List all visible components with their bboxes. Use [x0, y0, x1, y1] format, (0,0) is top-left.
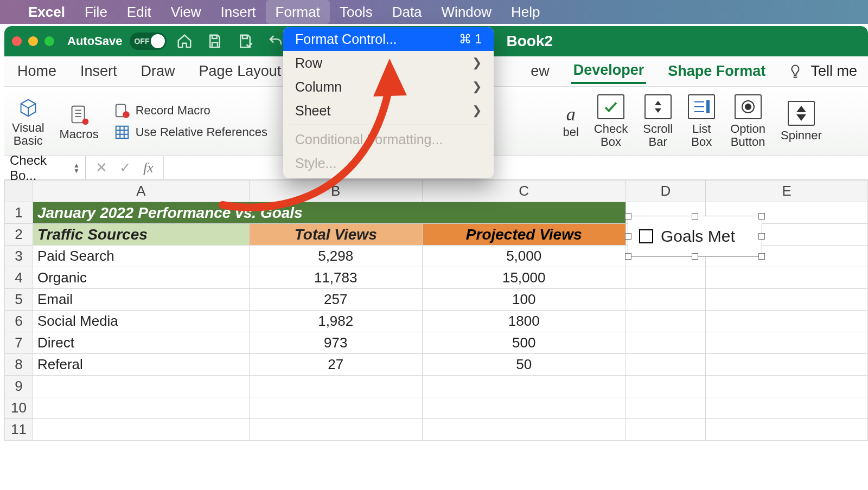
cell[interactable]: Referal: [33, 354, 249, 376]
menu-format-control[interactable]: Format Control... ⌘ 1: [283, 27, 494, 51]
sheet-title[interactable]: January 2022 Performance vs. Goals: [33, 202, 626, 224]
row-4[interactable]: 4: [5, 267, 33, 289]
save-icon[interactable]: [207, 33, 223, 49]
row-5[interactable]: 5: [5, 289, 33, 311]
cell[interactable]: Email: [33, 289, 249, 311]
autosave-switch[interactable]: OFF: [130, 33, 167, 50]
home-icon[interactable]: [176, 33, 193, 49]
cell[interactable]: 1800: [422, 311, 626, 332]
hdr-projected[interactable]: Projected Views: [422, 224, 626, 246]
save-as-icon[interactable]: [237, 33, 253, 49]
select-all-corner[interactable]: [5, 180, 33, 202]
menu-excel[interactable]: Excel: [18, 0, 75, 24]
cell[interactable]: 50: [422, 354, 626, 376]
scrollbar-control[interactable]: Scroll Bar: [643, 94, 673, 147]
checkbox-control[interactable]: Check Box: [594, 94, 628, 147]
cancel-icon[interactable]: ✕: [95, 159, 107, 176]
resize-handle[interactable]: [692, 253, 698, 260]
spinner-control[interactable]: Spinner: [781, 101, 822, 141]
document-title: Book2: [506, 33, 553, 50]
menu-file[interactable]: File: [75, 0, 117, 24]
cell[interactable]: 500: [422, 332, 626, 354]
record-macro-button[interactable]: Record Macro: [114, 102, 267, 119]
cell[interactable]: 5,000: [422, 246, 626, 267]
label-fragment[interactable]: a bel: [563, 104, 578, 138]
cell[interactable]: 5,298: [249, 246, 422, 267]
minimize-button[interactable]: [28, 36, 38, 46]
cell[interactable]: 1,982: [249, 311, 422, 332]
grid-icon: [114, 124, 130, 140]
row-9[interactable]: 9: [5, 376, 33, 397]
cell[interactable]: 973: [249, 332, 422, 354]
col-C[interactable]: C: [422, 180, 626, 202]
accept-icon[interactable]: ✓: [119, 159, 131, 176]
name-box-stepper[interactable]: ▲▼: [73, 163, 80, 173]
checkbox-box[interactable]: [639, 229, 653, 243]
checkbox-form-control[interactable]: Goals Met: [628, 216, 762, 257]
tab-page-layout[interactable]: Page Layout: [197, 60, 284, 83]
row-7[interactable]: 7: [5, 332, 33, 354]
cell[interactable]: Paid Search: [33, 246, 249, 267]
menu-help[interactable]: Help: [501, 0, 550, 24]
menu-insert[interactable]: Insert: [211, 0, 266, 24]
row-1[interactable]: 1: [5, 202, 33, 224]
col-A[interactable]: A: [33, 180, 249, 202]
tab-fragment[interactable]: ew: [528, 60, 552, 83]
fx-icon[interactable]: fx: [143, 160, 154, 176]
cell[interactable]: Social Media: [33, 311, 249, 332]
visual-basic-button[interactable]: Visual Basic: [12, 95, 44, 146]
cell[interactable]: 100: [422, 289, 626, 311]
resize-handle[interactable]: [758, 213, 765, 220]
menu-format[interactable]: Format: [266, 0, 330, 24]
menu-row[interactable]: Row ❯: [283, 51, 494, 75]
resize-handle[interactable]: [625, 253, 631, 260]
row-8[interactable]: 8: [5, 354, 33, 376]
resize-handle[interactable]: [692, 213, 698, 220]
menu-edit[interactable]: Edit: [117, 0, 161, 24]
row-3[interactable]: 3: [5, 246, 33, 267]
resize-handle[interactable]: [625, 213, 631, 220]
row-10[interactable]: 10: [5, 397, 33, 419]
menu-tools[interactable]: Tools: [330, 0, 382, 24]
col-B[interactable]: B: [249, 180, 422, 202]
cell[interactable]: Organic: [33, 267, 249, 289]
macros-button[interactable]: Macros: [60, 102, 99, 140]
option-control[interactable]: Option Button: [730, 94, 765, 147]
autosave-toggle[interactable]: AutoSave OFF: [67, 33, 167, 50]
menu-view[interactable]: View: [161, 0, 211, 24]
zoom-button[interactable]: [44, 36, 54, 46]
tell-me[interactable]: Tell me: [788, 63, 857, 80]
menu-column[interactable]: Column ❯: [283, 75, 494, 99]
cell[interactable]: Direct: [33, 332, 249, 354]
resize-handle[interactable]: [758, 253, 765, 260]
resize-handle[interactable]: [758, 233, 765, 240]
cell[interactable]: 257: [249, 289, 422, 311]
use-relative-button[interactable]: Use Relative References: [114, 124, 267, 140]
cell[interactable]: 15,000: [422, 267, 626, 289]
name-box[interactable]: Check Bo... ▲▼: [4, 156, 86, 179]
row-11[interactable]: 11: [5, 419, 33, 441]
hdr-total[interactable]: Total Views: [249, 224, 422, 246]
row-6[interactable]: 6: [5, 311, 33, 332]
tab-draw[interactable]: Draw: [139, 60, 177, 83]
listbox-control[interactable]: List Box: [688, 94, 715, 147]
tab-developer[interactable]: Developer: [571, 59, 647, 84]
hdr-traffic[interactable]: Traffic Sources: [33, 224, 249, 246]
formula-input[interactable]: [163, 156, 868, 179]
menu-sheet[interactable]: Sheet ❯: [283, 99, 494, 122]
menu-window[interactable]: Window: [432, 0, 501, 24]
resize-handle[interactable]: [625, 233, 631, 240]
spreadsheet[interactable]: A B C D E 1 January 2022 Performance vs.…: [4, 180, 868, 441]
col-E[interactable]: E: [706, 180, 868, 202]
list-icon: [692, 99, 711, 115]
close-button[interactable]: [12, 36, 22, 46]
cell[interactable]: 27: [249, 354, 422, 376]
cell[interactable]: 11,783: [249, 267, 422, 289]
tab-shape-format[interactable]: Shape Format: [666, 60, 768, 83]
row-2[interactable]: 2: [5, 224, 33, 246]
tab-insert[interactable]: Insert: [78, 60, 119, 83]
undo-icon[interactable]: [267, 33, 284, 49]
menu-data[interactable]: Data: [382, 0, 432, 24]
tab-home[interactable]: Home: [15, 60, 59, 83]
col-D[interactable]: D: [626, 180, 705, 202]
